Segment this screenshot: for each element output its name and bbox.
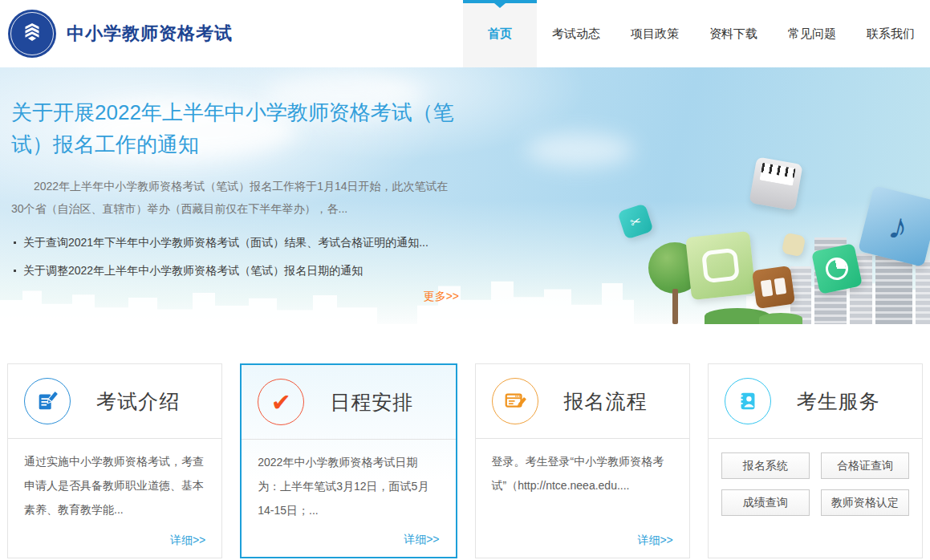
card-signup-flow: 报名流程 登录。考生登录“中小学教师资格考试”（http://ntce.neea… — [475, 363, 690, 558]
notice-title-link[interactable]: 关于开展2022年上半年中小学教师资格考试（笔试）报名工作的通知 — [11, 96, 459, 160]
feature-cards: 考试介绍 通过实施中小学教师资格考试，考查申请人是否具备教师职业道德、基本素养、… — [0, 363, 930, 558]
building — [916, 260, 930, 324]
nav-item-policies[interactable]: 项目政策 — [615, 0, 694, 67]
dice-pips — [761, 278, 786, 297]
checkmark-glyph: ✔ — [271, 388, 291, 416]
teacher-accreditation-button[interactable]: 教师资格认定 — [821, 489, 909, 516]
scissors-glyph: ✂ — [628, 213, 644, 230]
bullet-dot — [14, 241, 16, 244]
piano-cube-icon — [749, 156, 802, 210]
schedule-check-icon: ✔ — [258, 379, 304, 425]
main-nav: 首页 考试动态 项目政策 资料下载 常见问题 联系我们 — [463, 0, 930, 67]
pie-chart-cube-icon — [811, 243, 863, 294]
card-head: 报名流程 — [476, 364, 689, 438]
card-title: 考试介绍 — [96, 388, 180, 415]
book-logo-icon — [18, 18, 46, 49]
card-head: ✔ 日程安排 — [242, 365, 455, 439]
nav-item-faq[interactable]: 常见问题 — [773, 0, 851, 67]
header: 中小学教师资格考试 首页 考试动态 项目政策 资料下载 常见问题 联系我们 — [0, 0, 930, 67]
music-note-glyph: ♪ — [884, 203, 912, 250]
news-link-label: 关于查询2021年下半年中小学教师资格考试（面试）结果、考试合格证明的通知... — [23, 233, 428, 251]
news-list: 关于查询2021年下半年中小学教师资格考试（面试）结果、考试合格证明的通知...… — [11, 233, 459, 279]
card-head: 考试介绍 — [8, 364, 221, 438]
exam-intro-icon — [24, 378, 71, 424]
score-query-button[interactable]: 成绩查询 — [721, 489, 810, 516]
card-head: 考生服务 — [709, 364, 922, 438]
page: 中小学教师资格考试 首页 考试动态 项目政策 资料下载 常见问题 联系我们 — [0, 0, 930, 560]
signup-flow-icon — [492, 378, 538, 424]
card-schedule: ✔ 日程安排 2022年中小学教师资格考试日期为：上半年笔试3月12日，面试5月… — [240, 363, 457, 558]
detail-link[interactable]: 详细>> — [404, 533, 439, 547]
card-exam-intro: 考试介绍 通过实施中小学教师资格考试，考查申请人是否具备教师职业道德、基本素养、… — [7, 363, 222, 558]
card-candidate-services: 考生服务 报名系统 合格证查询 成绩查询 教师资格认定 — [708, 363, 923, 558]
tree-trunk — [672, 289, 678, 324]
news-link[interactable]: 关于查询2021年下半年中小学教师资格考试（面试）结果、考试合格证明的通知... — [11, 233, 459, 251]
news-link-label: 关于调整2022年上半年中小学教师资格考试（笔试）报名日期的通知 — [23, 262, 363, 279]
card-title: 考生服务 — [797, 388, 880, 415]
card-body-text: 通过实施中小学教师资格考试，考查申请人是否具备教师职业道德、基本素养、教育教学能… — [8, 439, 221, 521]
more-link[interactable]: 更多>> — [11, 290, 459, 304]
certificate-query-button[interactable]: 合格证查询 — [821, 452, 909, 479]
cloud-decoration — [526, 133, 634, 167]
nav-item-downloads[interactable]: 资料下载 — [694, 0, 773, 67]
dice-pip — [761, 279, 774, 297]
notice-excerpt: 2022年上半年中小学教师资格考试（笔试）报名工作将于1月14日开始，此次笔试在… — [11, 175, 459, 220]
card-title: 日程安排 — [330, 389, 413, 416]
detail-link[interactable]: 详细>> — [637, 534, 672, 548]
bullet-dot — [14, 270, 16, 272]
card-title: 报名流程 — [564, 388, 648, 415]
detail-link[interactable]: 详细>> — [170, 534, 205, 548]
signup-system-button[interactable]: 报名系统 — [721, 452, 810, 479]
dice-cube-icon — [752, 266, 795, 309]
site-logo[interactable] — [8, 10, 56, 58]
card-body-text: 登录。考生登录“中小学教师资格考试”（http://ntce.neea.edu.… — [476, 439, 689, 497]
candidate-services-icon — [725, 378, 771, 424]
piano-keys — [760, 163, 796, 186]
bush-decoration — [759, 313, 802, 324]
card-body-text: 2022年中小学教师资格考试日期为：上半年笔试3月12日，面试5月14-15日；… — [242, 440, 455, 522]
nav-item-home[interactable]: 首页 — [463, 0, 537, 67]
speech-bubble — [701, 247, 741, 283]
nav-item-contact[interactable]: 联系我们 — [851, 0, 930, 67]
site-title: 中小学教师资格考试 — [67, 22, 233, 46]
nav-item-exam-news[interactable]: 考试动态 — [537, 0, 615, 67]
dice-pip — [774, 278, 787, 295]
speech-bubble-cube-icon — [685, 231, 756, 300]
news-link[interactable]: 关于调整2022年上半年中小学教师资格考试（笔试）报名日期的通知 — [11, 262, 459, 279]
hero-text-block: 关于开展2022年上半年中小学教师资格考试（笔试）报名工作的通知 2022年上半… — [11, 96, 459, 304]
scissors-cube-icon: ✂ — [617, 203, 653, 239]
service-buttons: 报名系统 合格证查询 成绩查询 教师资格认定 — [721, 452, 909, 516]
card-divider — [709, 438, 922, 439]
pie-chart — [823, 255, 850, 282]
hero-banner: ✂ ♪ 关于开展2022年上半年中小学教师资格考试（笔试）报名工作的通知 202… — [0, 67, 930, 324]
